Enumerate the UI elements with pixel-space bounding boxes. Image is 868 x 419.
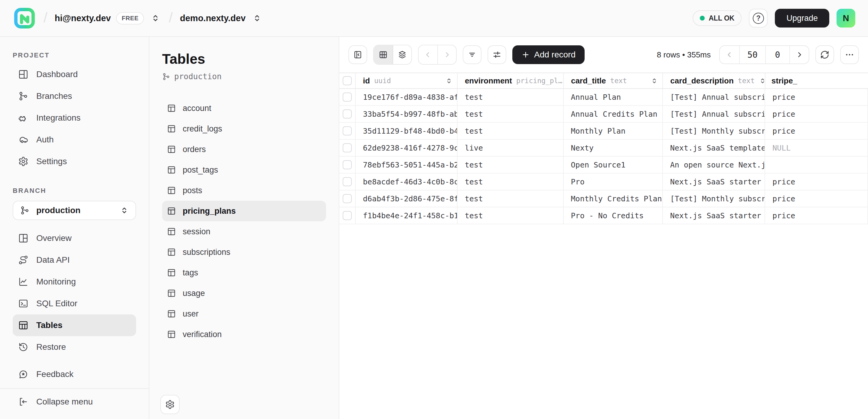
cell-environment[interactable]: test [458,173,564,190]
cell-card-title[interactable]: Nexty [564,140,663,156]
next-record-button[interactable] [437,45,456,64]
cell-environment[interactable]: test [458,207,564,224]
sidebar-item-settings[interactable]: Settings [13,151,136,172]
help-button[interactable]: ? [749,9,768,28]
table-list-item-post-tags[interactable]: post_tags [162,160,326,180]
avatar[interactable]: N [837,9,855,28]
sidebar-item-branches[interactable]: Branches [13,85,136,107]
sidebar-item-integrations[interactable]: Integrations [13,107,136,129]
cell-card-description[interactable]: [Test] Monthly subscri… [663,190,765,207]
cell-environment[interactable]: test [458,123,564,139]
table-list-item-posts[interactable]: posts [162,180,326,201]
cell-id[interactable]: 78ebf563-5051-445a-b27… [356,157,458,173]
sidebar-item-tables[interactable]: Tables [13,314,136,336]
sidebar-item-feedback[interactable]: Feedback [13,363,136,385]
cell-id[interactable]: 33ba5f54-b997-48fb-ab6… [356,106,458,122]
select-all-checkbox[interactable] [343,76,352,85]
cell-environment[interactable]: test [458,106,564,122]
cell-environment[interactable]: test [458,190,564,207]
column-header-id[interactable]: id uuid [356,73,458,88]
table-list-item-user[interactable]: user [162,303,326,324]
table-list-item-subscriptions[interactable]: subscriptions [162,242,326,262]
collapse-panel-button[interactable] [348,45,367,64]
page-prev-button[interactable] [720,46,739,63]
row-checkbox[interactable] [343,160,352,169]
table-list-item-usage[interactable]: usage [162,283,326,303]
org-switcher-button[interactable] [149,12,161,24]
table-list-item-pricing-plans[interactable]: pricing_plans [162,201,326,221]
sidebar-item-overview[interactable]: Overview [13,227,136,249]
more-options-button[interactable] [840,45,859,64]
cell-card-description[interactable]: [Test] Annual subscrip… [663,106,765,122]
page-offset-value[interactable]: 0 [765,46,789,63]
cell-environment[interactable]: live [458,140,564,156]
column-header-stripe[interactable]: stripe_ [766,73,868,88]
grid-view-button[interactable] [374,45,393,64]
sidebar-item-monitoring[interactable]: Monitoring [13,271,136,293]
table-list-item-verification[interactable]: verification [162,324,326,345]
table-list-item-account[interactable]: account [162,98,326,119]
row-checkbox[interactable] [343,109,352,119]
panel-settings-button[interactable] [160,395,180,414]
cell-card-description[interactable]: [Test] Annual subscrip… [663,89,765,105]
table-list-item-credit-logs[interactable]: credit_logs [162,119,326,139]
cell-stripe[interactable]: price [765,190,868,207]
cell-card-title[interactable]: Open Source1 [564,157,663,173]
sidebar-item-dashboard[interactable]: Dashboard [13,63,136,85]
cell-card-title[interactable]: Pro [564,173,663,190]
org-name[interactable]: hi@nexty.dev [55,13,111,23]
cell-card-title[interactable]: Monthly Plan [564,123,663,139]
row-checkbox[interactable] [343,177,352,186]
sidebar-item-data-api[interactable]: Data API [13,249,136,271]
column-header-card-title[interactable]: card_title text [564,73,663,88]
table-list-item-orders[interactable]: orders [162,139,326,160]
sidebar-item-auth[interactable]: Auth [13,129,136,151]
cell-stripe[interactable]: price [765,173,868,190]
cell-id[interactable]: be8acdef-46d3-4c0b-8c2… [356,173,458,190]
branch-selector[interactable]: production [13,201,136,220]
table-list-item-tags[interactable]: tags [162,262,326,283]
row-checkbox[interactable] [343,143,352,152]
status-badge[interactable]: ALL OK [692,10,742,26]
column-header-card-description[interactable]: card_description text [663,73,765,88]
cell-environment[interactable]: test [458,89,564,105]
sidebar-item-sql-editor[interactable]: SQL Editor [13,293,136,314]
cell-stripe[interactable]: price [765,89,868,105]
cell-card-title[interactable]: Monthly Credits Plan [564,190,663,207]
page-next-button[interactable] [789,46,809,63]
row-checkbox[interactable] [343,126,352,135]
refresh-button[interactable] [815,45,834,64]
cell-stripe[interactable]: price [765,207,868,224]
column-header-environment[interactable]: environment pricing_pl… [458,73,564,88]
cell-id[interactable]: 62de9238-416f-4278-9c9… [356,140,458,156]
sidebar-item-restore[interactable]: Restore [13,336,136,358]
app-logo[interactable] [13,6,36,30]
layers-view-button[interactable] [393,45,411,64]
upgrade-button[interactable]: Upgrade [775,9,829,28]
cell-card-title[interactable]: Annual Plan [564,89,663,105]
cell-card-title[interactable]: Pro - No Credits [564,207,663,224]
view-settings-button[interactable] [488,45,506,64]
cell-card-description[interactable]: Next.js SaaS starter t… [663,207,765,224]
cell-stripe[interactable]: price [765,123,868,139]
table-list-item-session[interactable]: session [162,221,326,242]
cell-card-description[interactable]: Next.js SaaS starter t… [663,173,765,190]
cell-stripe[interactable]: price [765,106,868,122]
cell-card-description[interactable]: [Test] Monthly subscri… [663,123,765,139]
row-checkbox[interactable] [343,194,352,203]
page-size-value[interactable]: 50 [739,46,765,63]
collapse-menu-button[interactable]: Collapse menu [13,389,136,415]
cell-id[interactable]: 19ce176f-d89a-4838-afe… [356,89,458,105]
cell-id[interactable]: 35d11129-bf48-4bd0-b4c… [356,123,458,139]
project-name[interactable]: demo.nexty.dev [180,13,246,23]
project-switcher-button[interactable] [251,12,263,24]
cell-id[interactable]: d6ab4f3b-2d86-475e-8f5… [356,190,458,207]
row-checkbox[interactable] [343,211,352,220]
cell-stripe[interactable] [765,157,868,173]
prev-record-button[interactable] [418,45,437,64]
cell-id[interactable]: f1b4be4e-24f1-458c-b16… [356,207,458,224]
cell-card-description[interactable]: Next.js SaaS template … [663,140,765,156]
cell-environment[interactable]: test [458,157,564,173]
cell-card-description[interactable]: An open source Next.js… [663,157,765,173]
cell-stripe[interactable]: NULL [765,140,868,156]
